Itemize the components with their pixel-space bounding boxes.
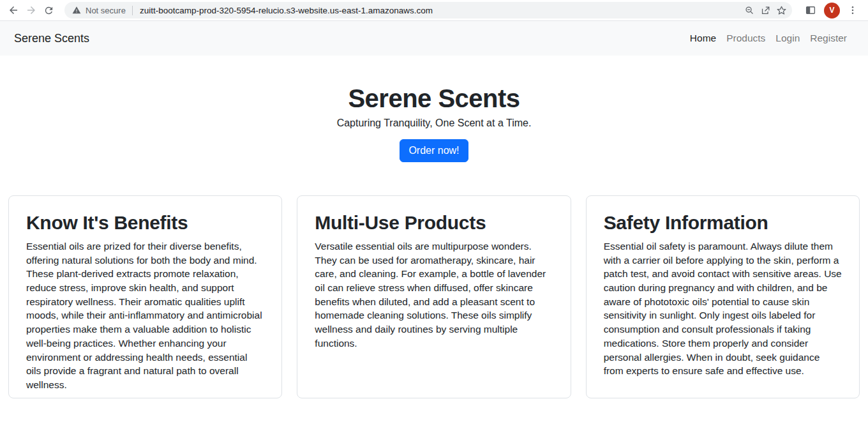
hero-section: Serene Scents Capturing Tranquility, One… — [0, 56, 868, 162]
nav-link-login[interactable]: Login — [770, 33, 805, 44]
card-body-text: Essential oil safety is paramount. Alway… — [604, 239, 842, 378]
info-cards-row: Know It's Benefits Essential oils are pr… — [0, 195, 868, 398]
toolbar-right-controls: V — [798, 2, 863, 19]
card-title: Safety Information — [604, 212, 842, 234]
back-icon[interactable] — [5, 2, 22, 19]
share-icon[interactable] — [758, 3, 774, 19]
card-title: Know It's Benefits — [26, 212, 264, 234]
page-viewport: Serene Scents Home Products Login Regist… — [0, 21, 868, 398]
profile-avatar[interactable]: V — [824, 3, 840, 19]
bookmark-star-icon[interactable] — [774, 3, 789, 19]
card-body-text: Essential oils are prized for their dive… — [26, 239, 264, 392]
security-chip-label[interactable]: Not secure — [86, 6, 126, 15]
menu-kebab-icon[interactable] — [845, 3, 860, 18]
nav-link-register[interactable]: Register — [805, 33, 847, 44]
hero-subtitle: Capturing Tranquility, One Scent at a Ti… — [0, 117, 868, 129]
nav-link-products[interactable]: Products — [721, 33, 770, 44]
url-text[interactable]: zuitt-bootcamp-prod-320-5954-relucio.s3-… — [140, 6, 433, 15]
omnibox-divider — [132, 6, 133, 15]
zoom-out-icon[interactable] — [742, 3, 758, 19]
order-now-button[interactable]: Order now! — [400, 139, 468, 162]
forward-icon[interactable] — [23, 2, 40, 19]
navbar-links: Home Products Login Register — [685, 33, 847, 44]
address-bar[interactable]: Not secure zuitt-bootcamp-prod-320-5954-… — [64, 2, 792, 19]
not-secure-warning-icon[interactable] — [72, 6, 81, 15]
reload-icon[interactable] — [41, 3, 57, 19]
card-title: Multi-Use Products — [315, 212, 553, 234]
side-panel-icon[interactable] — [802, 2, 819, 19]
card-multi-use-products: Multi-Use Products Versatile essential o… — [297, 195, 571, 398]
card-know-its-benefits: Know It's Benefits Essential oils are pr… — [8, 195, 282, 398]
navbar-brand[interactable]: Serene Scents — [14, 32, 89, 45]
card-body-text: Versatile essential oils are multipurpos… — [315, 239, 553, 351]
card-safety-information: Safety Information Essential oil safety … — [586, 195, 860, 398]
browser-toolbar: Not secure zuitt-bootcamp-prod-320-5954-… — [0, 0, 868, 21]
hero-title: Serene Scents — [0, 85, 868, 112]
nav-link-home[interactable]: Home — [685, 33, 721, 44]
site-navbar: Serene Scents Home Products Login Regist… — [0, 21, 868, 56]
